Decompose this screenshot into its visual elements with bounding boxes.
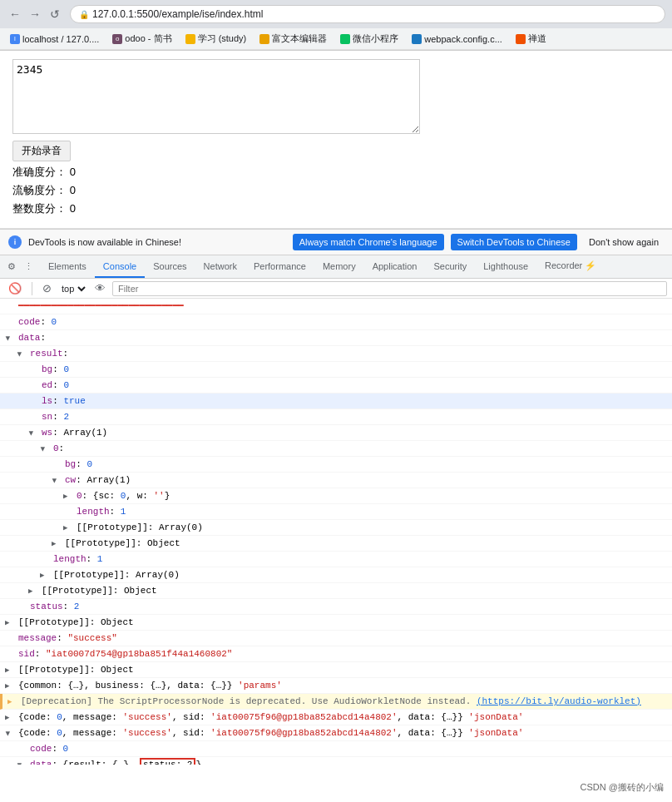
console-line: bg: 0 (0, 457, 672, 473)
info-icon: i (8, 235, 22, 249)
bookmark-favicon: l (10, 34, 20, 44)
devtools-tabs: ⚙ ⋮ Elements Console Sources Network Per… (0, 255, 672, 279)
bookmark-favicon (412, 34, 422, 44)
context-selector[interactable]: top (58, 283, 88, 295)
tab-performance[interactable]: Performance (245, 256, 314, 278)
devtools-more-icon[interactable]: ⋮ (21, 260, 37, 274)
page-content: 2345 开始录音 准确度分： 0 流畅度分： 0 整数度分： 0 (0, 51, 672, 229)
console-line-status: status: 2 (0, 599, 672, 615)
filter-input[interactable] (112, 281, 667, 296)
console-line-ws-0[interactable]: ▶ 0: (0, 441, 672, 457)
console-line-proto-obj2[interactable]: ▶ [[Prototype]]: Object (0, 583, 672, 599)
audio-worklet-link[interactable]: (https://bit.ly/audio-worklet) (477, 696, 641, 706)
console-toolbar: 🚫 ⊘ top 👁 (0, 279, 672, 299)
console-line-params[interactable]: ▶ {common: {…}, business: {…}, data: {…}… (0, 678, 672, 694)
bookmark-wechat[interactable]: 微信小程序 (337, 31, 402, 47)
back-button[interactable]: ← (7, 6, 23, 22)
console-line-result[interactable]: ▶ result: (0, 346, 672, 362)
tab-memory[interactable]: Memory (314, 256, 364, 278)
tab-console[interactable]: Console (95, 256, 145, 278)
devtools-panel: ⚙ ⋮ Elements Console Sources Network Per… (0, 255, 672, 765)
bookmark-webpack[interactable]: webpack.config.c... (408, 32, 506, 46)
bookmark-favicon (185, 34, 195, 44)
tab-lighthouse[interactable]: Lighthouse (475, 256, 536, 278)
browser-titlebar: ← → ↺ 🔒 127.0.0.1:5500/example/ise/index… (0, 0, 672, 28)
textarea-container: 2345 (12, 59, 660, 134)
record-button[interactable]: 开始录音 (12, 141, 71, 161)
console-line-ls: ls: true (0, 394, 672, 409)
complexity-score-line: 整数度分： 0 (12, 201, 660, 216)
clear-console-button[interactable]: 🚫 (5, 280, 25, 296)
address-bar[interactable]: 🔒 127.0.0.1:5500/example/ise/index.html (70, 5, 665, 23)
eye-icon[interactable]: 👁 (91, 280, 109, 296)
console-line-proto-last[interactable]: ▶ [[Prototype]]: Object (0, 662, 672, 678)
console-line: sn: 2 (0, 409, 672, 425)
console-line-warning: ▶ [Deprecation] The ScriptProcessorNode … (0, 694, 672, 710)
console-line-cw[interactable]: ▶ cw: Array(1) (0, 473, 672, 488)
console-line: ━━━━━━━━━━━━━━━━━━━━━━━━━━━━━━ (0, 299, 672, 314)
forward-button[interactable]: → (27, 6, 43, 22)
tab-security[interactable]: Security (425, 256, 475, 278)
console-line-cw-0[interactable]: ▶ 0: {sc: 0, w: ''} (0, 488, 672, 504)
console-line-proto-obj[interactable]: ▶ [[Prototype]]: Object (0, 536, 672, 552)
console-line: bg: 0 (0, 362, 672, 378)
bookmark-favicon: o (112, 34, 122, 44)
console-line: code: 0 (0, 314, 672, 330)
console-line-sid: sid: "iat0007d754@gp18ba851f44a1460802" (0, 646, 672, 662)
bookmark-favicon (259, 34, 269, 44)
devtools-notification-bar: i DevTools is now available in Chinese! … (0, 229, 672, 255)
dont-show-again-button[interactable]: Don't show again (584, 234, 664, 250)
tab-recorder[interactable]: Recorder ⚡ (536, 255, 605, 278)
address-text: 127.0.0.1:5500/example/ise/index.html (92, 8, 263, 20)
bookmark-favicon (340, 34, 350, 44)
console-line: length: 1 (0, 552, 672, 567)
notification-message: DevTools is now available in Chinese! (28, 237, 286, 247)
accuracy-score-line: 准确度分： 0 (12, 165, 660, 180)
lock-icon: 🔒 (79, 10, 89, 19)
nav-buttons: ← → ↺ (7, 6, 63, 22)
input-textarea[interactable]: 2345 (12, 59, 420, 134)
toolbar-separator (32, 282, 32, 295)
tab-sources[interactable]: Sources (145, 256, 195, 278)
tab-elements[interactable]: Elements (40, 256, 95, 278)
console-line-jsondata-collapsed[interactable]: ▶ {code: 0, message: 'success', sid: 'ia… (0, 710, 672, 725)
console-line-proto-arr2[interactable]: ▶ [[Prototype]]: Array(0) (0, 567, 672, 583)
console-line-proto-root[interactable]: ▶ [[Prototype]]: Object (0, 615, 672, 631)
devtools-settings-icon[interactable]: ⚙ (4, 260, 19, 274)
console-line-ws[interactable]: ▶ ws: Array(1) (0, 425, 672, 441)
console-output[interactable]: ━━━━━━━━━━━━━━━━━━━━━━━━━━━━━━ code: 0 ▶… (0, 299, 672, 765)
console-line-proto-arr[interactable]: ▶ [[Prototype]]: Array(0) (0, 520, 672, 536)
bookmark-localhost[interactable]: l localhost / 127.0.... (7, 32, 102, 46)
bookmark-study[interactable]: 学习 (study) (182, 31, 250, 47)
bookmark-favicon (516, 34, 526, 44)
console-line: length: 1 (0, 504, 672, 520)
reload-button[interactable]: ↺ (47, 6, 63, 22)
switch-to-chinese-button[interactable]: Switch DevTools to Chinese (451, 234, 577, 250)
console-line-jsondata-expanded[interactable]: ▶ {code: 0, message: 'success', sid: 'ia… (0, 725, 672, 741)
tab-network[interactable]: Network (195, 256, 245, 278)
match-language-button[interactable]: Always match Chrome's language (293, 234, 444, 250)
tab-application[interactable]: Application (364, 256, 426, 278)
bookmarks-bar: l localhost / 127.0.... o odoo - 简书 学习 (… (0, 28, 672, 50)
console-line-data[interactable]: ▶ data: (0, 330, 672, 346)
bookmark-odoo[interactable]: o odoo - 简书 (109, 31, 175, 47)
bookmark-editor[interactable]: 富文本编辑器 (256, 31, 330, 47)
console-filter-icon[interactable]: ⊘ (39, 280, 55, 296)
console-line-message: message: "success" (0, 631, 672, 646)
fluency-score-line: 流畅度分： 0 (12, 183, 660, 198)
browser-chrome: ← → ↺ 🔒 127.0.0.1:5500/example/ise/index… (0, 0, 672, 51)
console-line-data-status[interactable]: ▶ data: {result: {…}, status: 2} (0, 757, 672, 765)
bookmark-zen[interactable]: 禅道 (512, 31, 550, 47)
console-line: ed: 0 (0, 378, 672, 394)
console-line: code: 0 (0, 741, 672, 757)
